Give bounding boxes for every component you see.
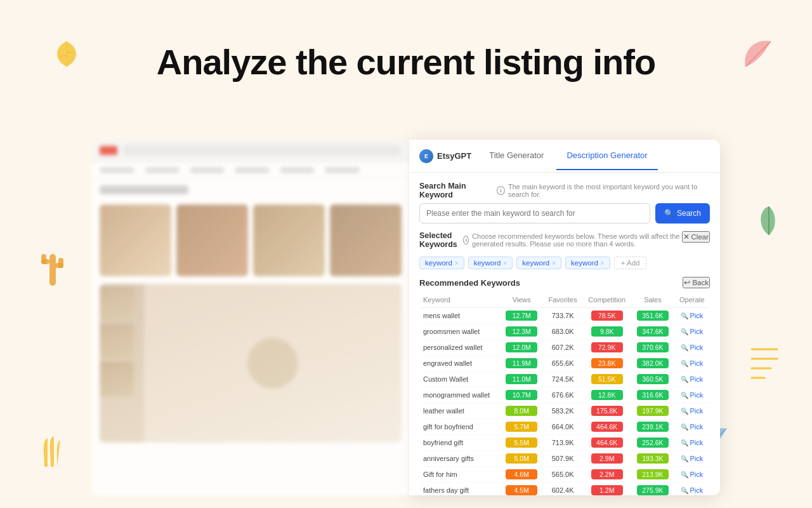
search-icon: 🔍	[681, 376, 688, 383]
keyword-tag[interactable]: keyword ×	[565, 257, 610, 269]
table-row: monogrammed wallet 10.7M 676.6K 12.8K 31…	[419, 387, 710, 403]
pick-button[interactable]: 🔍 Pick	[681, 423, 703, 431]
kw-sales: 193.3K	[631, 451, 674, 467]
search-icon: 🔍	[681, 392, 688, 399]
widget-body: Search Main Keyword i The main keyword i…	[409, 173, 720, 495]
kw-sales: 275.9K	[631, 483, 674, 496]
kw-views: 12.7M	[500, 308, 542, 324]
kw-competition: 12.8K	[582, 387, 631, 403]
kw-operate: 🔍 Pick	[674, 419, 710, 435]
kw-operate: 🔍 Pick	[674, 403, 710, 419]
search-icon: 🔍	[664, 209, 674, 218]
back-icon: ↩	[684, 278, 690, 287]
kw-name: groomsmen wallet	[419, 324, 500, 340]
col-operate: Operate	[674, 293, 710, 308]
product-small-thumb	[100, 286, 134, 321]
pick-button[interactable]: 🔍 Pick	[681, 471, 703, 478]
svg-rect-8	[58, 258, 63, 268]
kw-operate: 🔍 Pick	[674, 435, 710, 451]
kw-operate: 🔍 Pick	[674, 467, 710, 483]
kw-views: 5.0M	[500, 451, 542, 467]
remove-tag-icon[interactable]: ×	[601, 260, 605, 267]
search-row: 🔍 Search	[419, 203, 710, 224]
clear-button[interactable]: ✕ Clear	[682, 231, 710, 243]
col-sales: Sales	[631, 293, 674, 308]
pick-button[interactable]: 🔍 Pick	[681, 312, 703, 319]
back-button[interactable]: ↩ Back	[683, 277, 710, 288]
search-button[interactable]: 🔍 Search	[655, 203, 710, 224]
pick-button[interactable]: 🔍 Pick	[681, 407, 703, 415]
kw-competition: 2.9M	[582, 451, 631, 467]
deco-cactus-left	[38, 241, 67, 286]
table-row: personalized wallet 12.0M 607.2K 72.9K 3…	[419, 340, 710, 356]
pick-button[interactable]: 🔍 Pick	[681, 391, 703, 399]
pick-button[interactable]: 🔍 Pick	[681, 439, 703, 446]
remove-tag-icon[interactable]: ×	[504, 260, 508, 267]
kw-views: 12.0M	[500, 340, 542, 356]
content-area: E EtsyGPT Title Generator Description Ge…	[92, 140, 720, 495]
pick-button[interactable]: 🔍 Pick	[681, 486, 703, 494]
pick-button[interactable]: 🔍 Pick	[681, 359, 703, 367]
pick-button[interactable]: 🔍 Pick	[681, 455, 703, 462]
keyword-tag[interactable]: keyword ×	[468, 257, 513, 269]
kw-competition: 1.2M	[582, 483, 631, 496]
kw-competition: 23.8K	[582, 356, 631, 371]
search-icon: 🔍	[681, 312, 688, 319]
search-icon: 🔍	[681, 328, 688, 335]
remove-tag-icon[interactable]: ×	[552, 260, 556, 267]
remove-tag-icon[interactable]: ×	[455, 260, 459, 267]
kw-competition: 72.9K	[582, 340, 631, 356]
kw-name: leather wallet	[419, 403, 500, 419]
selected-keywords-header: Selected Keywords i Choose recommended k…	[419, 231, 710, 253]
product-small-thumb	[100, 324, 134, 359]
kw-sales: 347.6K	[631, 324, 674, 340]
kw-sales: 360.5K	[631, 371, 674, 387]
kw-views: 10.7M	[500, 387, 542, 403]
svg-rect-5	[41, 259, 49, 264]
keyword-tag[interactable]: keyword ×	[419, 257, 464, 269]
kw-favorites: 602.4K	[543, 483, 582, 496]
kw-favorites: 713.9K	[543, 435, 582, 451]
etsygpt-logo-text: EtsyGPT	[437, 151, 471, 161]
tab-bar: E EtsyGPT Title Generator Description Ge…	[409, 140, 720, 173]
recommended-title: Recommended Keywords	[419, 278, 520, 288]
kw-sales: 382.0K	[631, 356, 674, 371]
table-row: gift for boyfriend 5.7M 664.0K 464.6K 23…	[419, 419, 710, 435]
table-row: mens wallet 12.7M 733.7K 78.5K 351.6K 🔍 …	[419, 308, 710, 324]
tab-description-generator[interactable]: Description Generator	[556, 142, 657, 170]
tab-logo: E EtsyGPT	[419, 149, 471, 163]
kw-name: Gift for him	[419, 467, 500, 483]
kw-name: engraved wallet	[419, 356, 500, 371]
pick-button[interactable]: 🔍 Pick	[681, 328, 703, 335]
deco-yellow-lines-right	[749, 343, 780, 387]
kw-favorites: 583.2K	[543, 403, 582, 419]
search-input[interactable]	[419, 203, 650, 224]
kw-name: mens wallet	[419, 308, 500, 324]
search-icon: 🔍	[681, 360, 688, 367]
nav-item	[100, 167, 134, 173]
kw-views: 12.3M	[500, 324, 542, 340]
table-row: fathers day gift 4.5M 602.4K 1.2M 275.9K…	[419, 483, 710, 496]
listing-title-bar	[100, 185, 188, 194]
add-keyword-button[interactable]: + Add	[614, 257, 647, 269]
search-section-label: Search Main Keyword i The main keyword i…	[419, 182, 710, 199]
url-bar	[122, 145, 402, 156]
kw-operate: 🔍 Pick	[674, 324, 710, 340]
kw-views: 5.5M	[500, 435, 542, 451]
kw-sales: 197.9K	[631, 403, 674, 419]
kw-name: fathers day gift	[419, 483, 500, 496]
pick-button[interactable]: 🔍 Pick	[681, 344, 703, 351]
deco-leaf-green-middle-right	[755, 203, 783, 238]
kw-name: Custom Wallet	[419, 371, 500, 387]
kw-competition: 51.5K	[582, 371, 631, 387]
keyword-tag[interactable]: keyword ×	[516, 257, 561, 269]
kw-views: 11.0M	[500, 371, 542, 387]
kw-competition: 9.8K	[582, 324, 631, 340]
kw-competition: 464.6K	[582, 419, 631, 435]
kw-name: anniversary gifts	[419, 451, 500, 467]
kw-competition: 464.6K	[582, 435, 631, 451]
pick-button[interactable]: 🔍 Pick	[681, 375, 703, 383]
kw-views: 5.7M	[500, 419, 542, 435]
product-thumb	[253, 204, 325, 276]
tab-title-generator[interactable]: Title Generator	[479, 142, 554, 170]
